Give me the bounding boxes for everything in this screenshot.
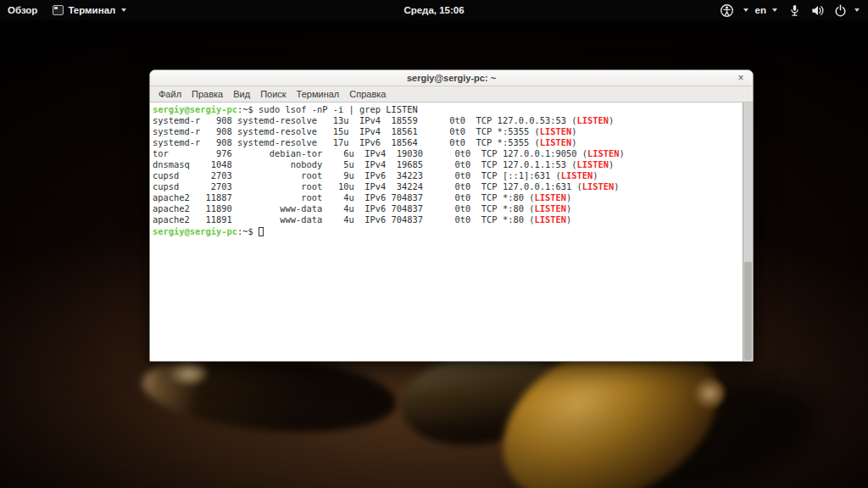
terminal-text-segment: apache2 11891 www-data 4u IPv6 704837 0t… — [153, 214, 534, 225]
window-title: sergiy@sergiy-pc: ~ — [407, 73, 496, 83]
terminal-line: tor 976 debian-tor 6u IPv4 19030 0t0 TCP… — [153, 148, 739, 159]
terminal-text-segment: tor 976 debian-tor 6u IPv4 19030 0t0 TCP… — [153, 148, 587, 158]
app-menu-button[interactable]: Терминал — [45, 0, 134, 20]
terminal-text-segment: LISTEN — [576, 115, 609, 125]
terminal-text-segment: LISTEN — [587, 148, 620, 158]
terminal-line: dnsmasq 1048 nobody 5u IPv4 19685 0t0 TC… — [153, 159, 739, 170]
terminal-text-segment: cupsd 2703 root 10u IPv4 34224 0t0 TCP 1… — [153, 181, 582, 191]
terminal-text-segment: systemd-r 908 systemd-resolve 13u IPv4 1… — [153, 115, 576, 125]
clock-button[interactable]: Среда, 15:06 — [403, 5, 464, 15]
close-icon[interactable]: × — [735, 71, 747, 85]
menu-item-5[interactable]: Справка — [344, 89, 391, 99]
terminal-text-segment: ) — [620, 148, 625, 158]
terminal-text-segment: ) — [566, 192, 571, 202]
terminal-body[interactable]: sergiy@sergiy-pc:~$ sudo lsof -nP -i | g… — [150, 103, 753, 361]
menu-item-0[interactable]: Файл — [153, 89, 186, 99]
chevron-down-icon — [854, 8, 860, 12]
terminal-text-segment: LISTEN — [576, 159, 609, 169]
terminal-text-segment: LISTEN — [582, 181, 615, 191]
terminal-text-segment: dnsmasq 1048 nobody 5u IPv4 19685 0t0 TC… — [153, 159, 576, 169]
accessibility-icon — [720, 3, 734, 18]
terminal-cursor — [259, 227, 264, 236]
terminal-line: systemd-r 908 systemd-resolve 15u IPv4 1… — [153, 126, 739, 137]
terminal-window: sergiy@sergiy-pc: ~ × ФайлПравкаВидПоиск… — [149, 69, 754, 362]
top-bar-left: Обзор Терминал — [0, 0, 134, 20]
terminal-text-segment: LISTEN — [540, 126, 572, 136]
terminal-text-segment: ) — [614, 181, 619, 191]
activities-label: Обзор — [8, 5, 37, 15]
terminal-text-segment: ) — [566, 214, 571, 225]
terminal-line: cupsd 2703 root 10u IPv4 34224 0t0 TCP 1… — [153, 181, 739, 192]
terminal-text-segment: LISTEN — [561, 170, 593, 180]
terminal-text-segment: apache2 11890 www-data 4u IPv6 704837 0t… — [153, 203, 534, 214]
menu-item-3[interactable]: Поиск — [255, 89, 291, 99]
scrollbar-thumb[interactable] — [744, 262, 752, 360]
menu-item-2[interactable]: Вид — [228, 89, 255, 99]
terminal-line: systemd-r 908 systemd-resolve 17u IPv6 1… — [153, 137, 739, 148]
terminal-text-segment: ) — [609, 159, 614, 169]
terminal-line: sergiy@sergiy-pc:~$ — [153, 225, 739, 237]
terminal-line: apache2 11890 www-data 4u IPv6 704837 0t… — [153, 203, 739, 214]
terminal-text-segment: systemd-r 908 systemd-resolve 17u IPv6 1… — [153, 137, 540, 147]
keyboard-layout-label: en — [755, 5, 766, 15]
terminal-text-segment: sergiy@sergiy-pc — [153, 226, 237, 236]
terminal-line: cupsd 2703 root 9u IPv6 34223 0t0 TCP [:… — [153, 170, 739, 181]
terminal-app-icon — [53, 5, 64, 15]
menu-item-4[interactable]: Терминал — [292, 89, 345, 99]
keyboard-layout-button[interactable]: en — [752, 0, 781, 20]
terminal-text-segment: ) — [593, 170, 598, 180]
terminal-text-segment: LISTEN — [534, 192, 566, 202]
terminal-text-segment: ) — [566, 203, 571, 214]
terminal-text-segment: ) — [609, 115, 614, 125]
window-titlebar[interactable]: sergiy@sergiy-pc: ~ × — [150, 70, 753, 86]
microphone-icon — [787, 3, 802, 18]
terminal-text-segment: LISTEN — [534, 214, 566, 225]
terminal-text-segment: cupsd 2703 root 9u IPv6 34223 0t0 TCP [:… — [153, 170, 561, 180]
chevron-down-icon — [743, 8, 748, 12]
terminal-scrollbar[interactable] — [743, 103, 753, 361]
app-menu-label: Терминал — [68, 5, 115, 15]
chevron-down-icon — [772, 8, 777, 12]
terminal-output: sergiy@sergiy-pc:~$ sudo lsof -nP -i | g… — [153, 104, 739, 237]
gnome-top-bar: Обзор Терминал Среда, 15:06 en — [0, 0, 868, 20]
power-icon — [833, 3, 848, 18]
terminal-text-segment: apache2 11887 root 4u IPv6 704837 0t0 TC… — [153, 192, 534, 202]
terminal-text-segment: systemd-r 908 systemd-resolve 15u IPv4 1… — [153, 126, 540, 136]
terminal-line: sergiy@sergiy-pc:~$ sudo lsof -nP -i | g… — [153, 104, 739, 115]
terminal-text-segment: :~$ — [237, 226, 259, 236]
terminal-line: apache2 11891 www-data 4u IPv6 704837 0t… — [153, 214, 739, 225]
terminal-text-segment: LISTEN — [534, 203, 566, 214]
chevron-down-icon — [121, 8, 126, 12]
terminal-text-segment: ) — [571, 126, 576, 136]
speaker-volume-icon — [810, 3, 825, 18]
accessibility-menu-button[interactable] — [713, 0, 752, 20]
terminal-menubar: ФайлПравкаВидПоискТерминалСправка — [150, 86, 753, 103]
menu-item-1[interactable]: Правка — [186, 89, 228, 99]
system-menu-button[interactable] — [781, 0, 863, 20]
top-bar-right: en — [713, 0, 868, 20]
terminal-line: systemd-r 908 systemd-resolve 13u IPv4 1… — [153, 115, 739, 126]
terminal-text-segment: :~$ sudo lsof -nP -i | grep LISTEN — [237, 104, 418, 114]
terminal-line: apache2 11887 root 4u IPv6 704837 0t0 TC… — [153, 192, 739, 203]
terminal-text-segment: LISTEN — [540, 137, 572, 147]
activities-button[interactable]: Обзор — [0, 0, 45, 20]
terminal-text-segment: sergiy@sergiy-pc — [153, 104, 237, 114]
terminal-text-segment: ) — [571, 137, 576, 147]
